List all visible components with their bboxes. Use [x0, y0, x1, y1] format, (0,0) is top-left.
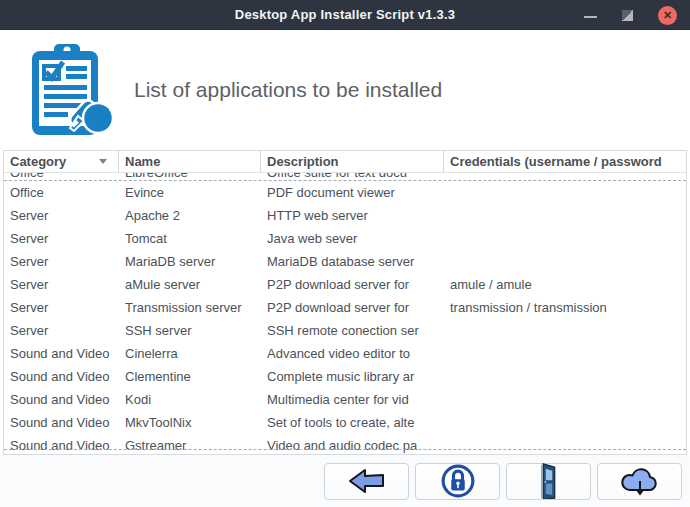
cell-description: Multimedia center for vid [261, 388, 444, 411]
cell-credentials [444, 319, 686, 342]
cell-description: Advanced video editor to [261, 342, 444, 365]
cell-credentials [444, 342, 686, 365]
cell-description: P2P download server for [261, 296, 444, 319]
cell-name: MariaDB server [119, 250, 261, 273]
cell-name: aMule server [119, 273, 261, 296]
column-header-category[interactable]: Category [4, 151, 119, 172]
titlebar: Desktop App Installer Script v1.3.3 ✕ [0, 0, 690, 30]
table-header: Category Name Description Credentials (u… [4, 151, 686, 173]
table-row[interactable]: Server SSH server SSH remote conection s… [4, 319, 686, 342]
cell-category: Server [4, 296, 119, 319]
cell-credentials [444, 434, 686, 454]
cell-name: Apache 2 [119, 204, 261, 227]
table-row[interactable]: Office LibreOffice Office suite for text… [4, 173, 686, 181]
cell-category: Sound and Video [4, 434, 119, 454]
cell-category: Office [4, 181, 119, 204]
cell-credentials [444, 173, 686, 180]
close-icon: ✕ [663, 10, 672, 21]
cell-description: Video and audio codec pa [261, 434, 444, 454]
page-title: List of applications to be installed [134, 78, 442, 102]
cell-name: Evince [119, 181, 261, 204]
table-row[interactable]: Server aMule server P2P download server … [4, 273, 686, 296]
table-row[interactable]: Sound and Video Cinelerra Advanced video… [4, 342, 686, 365]
door-icon [532, 463, 566, 499]
cell-category: Server [4, 204, 119, 227]
cloud-download-icon [618, 465, 662, 497]
cell-name: Clementine [119, 365, 261, 388]
minimize-button[interactable] [584, 16, 597, 18]
cell-category: Office [4, 173, 119, 180]
column-header-name[interactable]: Name [119, 151, 261, 172]
cell-category: Sound and Video [4, 388, 119, 411]
cell-category: Sound and Video [4, 411, 119, 434]
footer-toolbar [0, 455, 690, 507]
cell-category: Server [4, 227, 119, 250]
back-button[interactable] [324, 463, 409, 500]
back-arrow-icon [345, 467, 389, 495]
cell-name: MkvToolNix [119, 411, 261, 434]
cell-description: Office suite for text docu [261, 173, 444, 180]
cell-credentials [444, 411, 686, 434]
applications-table: Category Name Description Credentials (u… [3, 150, 687, 455]
cell-description: MariaDB database server [261, 250, 444, 273]
column-header-description[interactable]: Description [261, 151, 444, 172]
column-header-credentials[interactable]: Credentials (username / password [444, 151, 686, 172]
table-row[interactable]: Server Transmission server P2P download … [4, 296, 686, 319]
cell-category: Sound and Video [4, 342, 119, 365]
download-button[interactable] [597, 463, 682, 500]
cell-description: PDF document viewer [261, 181, 444, 204]
cell-category: Server [4, 250, 119, 273]
cell-description: Complete music library ar [261, 365, 444, 388]
table-row[interactable]: Server Apache 2 HTTP web server [4, 204, 686, 227]
cell-credentials [444, 227, 686, 250]
cell-description: SSH remote conection ser [261, 319, 444, 342]
table-row[interactable]: Server Tomcat Java web sever [4, 227, 686, 250]
table-row[interactable]: Server MariaDB server MariaDB database s… [4, 250, 686, 273]
cell-name: Cinelerra [119, 342, 261, 365]
lock-icon [440, 463, 476, 499]
app-window: Desktop App Installer Script v1.3.3 ✕ [0, 0, 690, 507]
lock-button[interactable] [415, 463, 500, 500]
cell-name: Transmission server [119, 296, 261, 319]
table-row[interactable]: Sound and Video Clementine Complete musi… [4, 365, 686, 388]
table-row[interactable]: Sound and Video Kodi Multimedia center f… [4, 388, 686, 411]
cell-description: P2P download server for [261, 273, 444, 296]
cell-credentials [444, 250, 686, 273]
cell-credentials [444, 181, 686, 204]
cell-credentials: amule / amule [444, 273, 686, 296]
cell-description: HTTP web server [261, 204, 444, 227]
table-row[interactable]: Sound and Video MkvToolNix Set of tools … [4, 411, 686, 434]
cell-category: Server [4, 319, 119, 342]
cell-credentials [444, 204, 686, 227]
exit-button[interactable] [506, 463, 591, 500]
scroll-focus-dashed-line [4, 449, 686, 450]
cell-name: SSH server [119, 319, 261, 342]
table-row[interactable]: Sound and Video Gstreamer Video and audi… [4, 434, 686, 454]
window-title: Desktop App Installer Script v1.3.3 [235, 7, 455, 22]
close-button[interactable]: ✕ [658, 6, 677, 25]
window-controls: ✕ [584, 0, 677, 30]
table-body: Office LibreOffice Office suite for text… [4, 173, 686, 454]
cell-category: Sound and Video [4, 365, 119, 388]
cell-credentials [444, 388, 686, 411]
cell-name: LibreOffice [119, 173, 261, 180]
cell-credentials: transmission / transmission [444, 296, 686, 319]
cell-description: Java web sever [261, 227, 444, 250]
cell-credentials [444, 365, 686, 388]
restore-button[interactable] [622, 10, 633, 21]
sort-descending-icon [99, 159, 107, 164]
cell-name: Tomcat [119, 227, 261, 250]
clipboard-checklist-icon [18, 42, 116, 138]
cell-category: Server [4, 273, 119, 296]
table-row[interactable]: Office Evince PDF document viewer [4, 181, 686, 204]
cell-name: Gstreamer [119, 434, 261, 454]
cell-name: Kodi [119, 388, 261, 411]
app-header: List of applications to be installed [0, 30, 690, 150]
cell-description: Set of tools to create, alte [261, 411, 444, 434]
